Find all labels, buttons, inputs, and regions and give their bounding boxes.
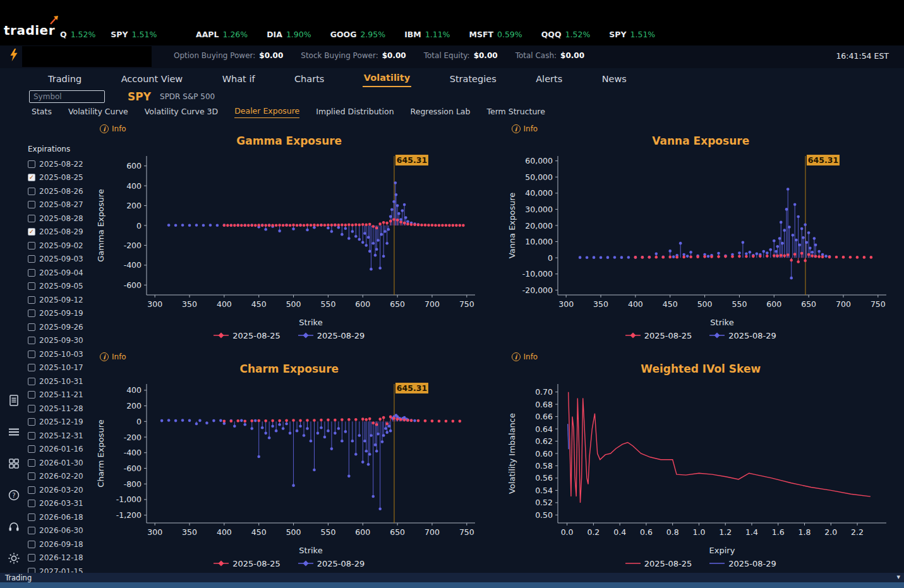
help-icon[interactable]: ? (4, 486, 23, 505)
tab-alerts[interactable]: Alerts (534, 71, 563, 87)
legend-item[interactable]: 2025-08-29 (298, 331, 365, 340)
subtab-stats[interactable]: Stats (32, 107, 52, 118)
expiration-item[interactable]: 2025-09-19 (28, 307, 91, 321)
expiration-item[interactable]: 2025-10-17 (28, 361, 91, 375)
expiration-item[interactable]: 2025-12-31 (28, 429, 91, 443)
checkbox[interactable] (28, 309, 35, 317)
checkbox[interactable] (28, 351, 35, 358)
expiration-item[interactable]: 2025-11-28 (28, 402, 91, 416)
checkbox[interactable] (28, 459, 35, 467)
tab-news[interactable]: News (601, 71, 628, 87)
tab-strategies[interactable]: Strategies (449, 71, 498, 87)
expiration-item[interactable]: 2025-10-31 (28, 375, 91, 388)
checkbox[interactable] (28, 282, 35, 290)
horizontal-scrollbar[interactable] (0, 582, 904, 588)
checkbox[interactable] (28, 418, 35, 426)
account-selector[interactable] (22, 46, 152, 67)
checkbox[interactable] (28, 160, 35, 168)
expiration-item[interactable]: 2026-03-31 (28, 497, 91, 511)
tab-trading[interactable]: Trading (47, 71, 83, 87)
expiration-item[interactable]: 2025-09-26 (28, 320, 91, 334)
checkbox[interactable] (28, 472, 35, 480)
grid-icon[interactable] (4, 454, 23, 473)
expiration-item[interactable]: 2026-01-30 (28, 456, 91, 470)
svg-text:Strike: Strike (299, 318, 322, 327)
symbol-input[interactable] (29, 90, 105, 103)
expiration-item[interactable]: 2025-08-26 (28, 184, 91, 198)
checkbox[interactable] (28, 554, 35, 561)
checkbox[interactable] (28, 201, 35, 208)
checkbox[interactable] (28, 215, 35, 222)
checkbox[interactable] (28, 541, 35, 548)
ticker-change: 0.59% (497, 30, 522, 39)
expiration-item[interactable]: 2025-10-03 (28, 347, 91, 361)
subtab-term-structure[interactable]: Term Structure (486, 107, 545, 118)
expiration-item[interactable]: 2025-09-04 (28, 266, 91, 280)
info-button[interactable]: iInfo (100, 123, 488, 135)
checkbox[interactable] (28, 486, 35, 494)
subtab-volatility-curve-3d[interactable]: Volatility Curve 3D (145, 107, 218, 118)
gear-icon[interactable] (4, 549, 23, 568)
checkbox[interactable] (28, 269, 35, 277)
expiration-item[interactable]: 2025-08-22 (28, 157, 91, 171)
tab-account-view[interactable]: Account View (120, 71, 184, 87)
checkbox[interactable] (28, 323, 35, 331)
expiration-item[interactable]: 2025-09-12 (28, 293, 91, 307)
caret-down-icon[interactable]: ▾ (896, 573, 900, 581)
subtab-dealer-exposure[interactable]: Dealer Exposure (234, 106, 299, 118)
checkbox[interactable] (28, 296, 35, 304)
subtab-implied-distribution[interactable]: Implied Distribution (316, 107, 394, 118)
expiration-item[interactable]: 2026-01-16 (28, 443, 91, 457)
checkbox[interactable] (28, 337, 35, 344)
expiration-item[interactable]: 2025-09-03 (28, 253, 91, 267)
checkbox[interactable]: ✓ (28, 174, 35, 181)
expiration-item[interactable]: 2026-12-18 (28, 551, 91, 565)
checkbox[interactable] (28, 513, 35, 521)
tab-what-if[interactable]: What if (221, 71, 256, 87)
legend-item[interactable]: 2025-08-25 (625, 559, 692, 568)
menu-icon[interactable] (4, 423, 23, 441)
legend-item[interactable]: 2025-08-25 (214, 559, 280, 568)
subtab-regression-lab[interactable]: Regression Lab (411, 107, 471, 118)
checkbox[interactable]: ✓ (28, 228, 35, 236)
legend-item[interactable]: 2025-08-29 (709, 559, 776, 568)
expiration-item[interactable]: 2025-11-21 (28, 388, 91, 402)
expiration-item[interactable]: ✓2025-08-29 (28, 225, 91, 239)
checkbox[interactable] (28, 188, 35, 195)
legend-item[interactable]: 2025-08-29 (709, 331, 776, 340)
subtab-volatility-curve[interactable]: Volatility Curve (68, 107, 128, 118)
headset-icon[interactable] (4, 517, 23, 536)
expiration-item[interactable]: 2026-02-20 (28, 470, 91, 484)
document-icon[interactable] (4, 391, 23, 410)
checkbox[interactable] (28, 432, 35, 440)
expiration-item[interactable]: 2025-09-02 (28, 239, 91, 253)
lightning-icon[interactable] (4, 45, 23, 64)
checkbox[interactable] (28, 405, 35, 412)
legend-item[interactable]: 2025-08-29 (298, 559, 365, 568)
expiration-item[interactable]: 2026-03-20 (28, 483, 91, 497)
expiration-item[interactable]: 2025-08-27 (28, 198, 91, 212)
info-button[interactable]: iInfo (512, 123, 900, 135)
tab-volatility[interactable]: Volatility (363, 70, 411, 87)
checkbox[interactable] (28, 378, 35, 385)
expiration-item[interactable]: 2026-09-18 (28, 537, 91, 551)
checkbox[interactable] (28, 242, 35, 249)
checkbox[interactable] (28, 391, 35, 399)
tab-charts[interactable]: Charts (293, 71, 325, 87)
checkbox[interactable] (28, 527, 35, 534)
checkbox[interactable] (28, 255, 35, 263)
expiration-item[interactable]: 2025-08-28 (28, 212, 91, 225)
expiration-item[interactable]: 2026-06-18 (28, 510, 91, 524)
checkbox[interactable] (28, 500, 35, 507)
info-button[interactable]: iInfo (512, 351, 900, 363)
legend-item[interactable]: 2025-08-25 (214, 331, 280, 340)
expiration-item[interactable]: 2025-09-30 (28, 334, 91, 348)
expiration-item[interactable]: 2025-12-19 (28, 416, 91, 429)
expiration-item[interactable]: 2025-09-05 (28, 280, 91, 294)
checkbox[interactable] (28, 445, 35, 453)
legend-item[interactable]: 2025-08-25 (625, 331, 692, 340)
checkbox[interactable] (28, 364, 35, 371)
expiration-item[interactable]: 2026-06-30 (28, 524, 91, 538)
expiration-item[interactable]: ✓2025-08-25 (28, 171, 91, 185)
info-button[interactable]: iInfo (100, 351, 488, 363)
